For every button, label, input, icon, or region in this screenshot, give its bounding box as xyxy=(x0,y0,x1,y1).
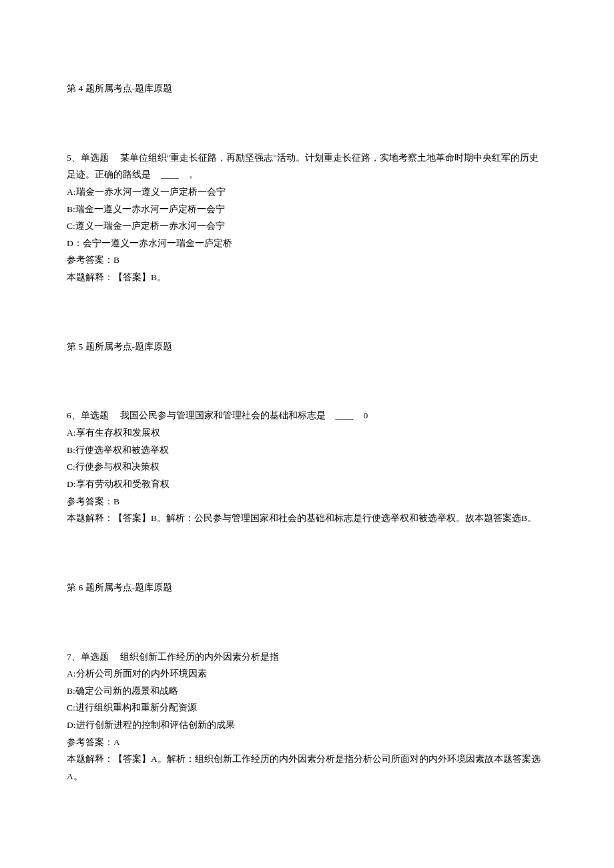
q5-explanation: 本题解释：【答案】B。 xyxy=(67,269,547,286)
q5-number: 5、单选题 xyxy=(67,153,109,163)
q5-stem-line: 5、单选题 某单位组织"重走长征路，再励坚强志"活动。计划重走长征路，实地考察土… xyxy=(67,149,547,183)
q6-blank: ____ xyxy=(328,407,361,424)
q7-option-c: C:进行组织重构和重新分配资源 xyxy=(67,699,547,717)
q7-stem: 组织创新工作经历的内外因素分析是指 xyxy=(120,652,279,662)
question-4-section: 第 4 题所属考点-题库原题 xyxy=(67,80,547,97)
q7-stem-line: 7、单选题 组织创新工作经历的内外因素分析是指 xyxy=(67,648,547,666)
question-6-section: 6、单选题 我国公民参与管理国家和管理社会的基础和标志是 ____ 0 A:享有… xyxy=(67,407,547,526)
q5-stem-part2: 。 xyxy=(189,169,198,179)
q6-option-a: A:享有生存权和发展权 xyxy=(67,424,547,442)
q6-option-b: B:行使选举权和被选举权 xyxy=(67,442,547,459)
q6-answer: 参考答案：B xyxy=(67,493,547,510)
q5-answer: 参考答案：B xyxy=(67,252,547,269)
q7-option-a: A:分析公司所面对的内外环境因素 xyxy=(67,665,547,683)
question-5-section: 5、单选题 某单位组织"重走长征路，再励坚强志"活动。计划重走长征路，实地考察土… xyxy=(67,149,547,286)
q5-option-c: C:遵义一瑞金一庐定桥一赤水河一会宁 xyxy=(67,218,547,235)
q7-answer: 参考答案：A xyxy=(67,734,547,751)
q5-option-a: A:瑞金一赤水河一遵义一庐定桥一会宁 xyxy=(67,183,547,201)
q6-number: 6、单选题 xyxy=(67,410,109,420)
q5-stem-part1: 某单位组织"重走长征路，再励坚强志"活动。计划重走长征路，实地考察土地革命时期中… xyxy=(67,153,539,180)
q5-blank: ____ xyxy=(153,166,186,183)
q5-option-b: B:瑞金一遵义一赤水河一庐定桥一会宁 xyxy=(67,201,547,218)
q5-option-d: D：会宁一遵义一赤水河一瑞金一庐定桥 xyxy=(67,235,547,252)
q7-option-d: D:进行创新进程的控制和评估创新的成果 xyxy=(67,717,547,734)
q6-option-c: C:行使参与权和决策权 xyxy=(67,458,547,476)
q6-stem-part2: 0 xyxy=(363,410,368,420)
q6-option-d: D:享有劳动权和受教育权 xyxy=(67,476,547,493)
question-5-topic: 第 5 题所属考点-题库原题 xyxy=(67,338,547,356)
question-7-section: 7、单选题 组织创新工作经历的内外因素分析是指 A:分析公司所面对的内外环境因素… xyxy=(67,648,547,785)
q7-number: 7、单选题 xyxy=(67,652,109,662)
question-6-topic: 第 6 题所属考点-题库原题 xyxy=(67,579,547,596)
q6-explanation: 本题解释：【答案】B。解析：公民参与管理国家和社会的基础和标志是行使选举权和被选… xyxy=(67,510,547,527)
document-page: 第 4 题所属考点-题库原题 5、单选题 某单位组织"重走长征路，再励坚强志"活… xyxy=(0,0,614,868)
q6-stem-part1: 我国公民参与管理国家和管理社会的基础和标志是 xyxy=(120,410,326,420)
q6-stem-line: 6、单选题 我国公民参与管理国家和管理社会的基础和标志是 ____ 0 xyxy=(67,407,547,424)
q6-topic-tag: 第 6 题所属考点-题库原题 xyxy=(67,579,547,596)
q4-topic-tag: 第 4 题所属考点-题库原题 xyxy=(67,80,547,97)
q5-topic-tag: 第 5 题所属考点-题库原题 xyxy=(67,338,547,356)
q7-explanation: 本题解释：【答案】A。解析：组织创新工作经历的内外因素分析是指分析公司所面对的内… xyxy=(67,751,547,785)
q7-option-b: B:确定公司新的愿景和战略 xyxy=(67,683,547,700)
